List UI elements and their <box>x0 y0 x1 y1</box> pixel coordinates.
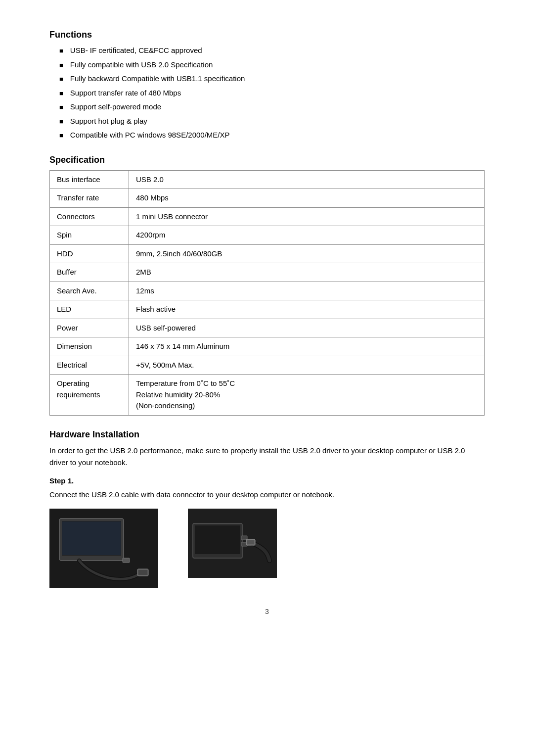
step1-text: Connect the USB 2.0 cable with data conn… <box>49 489 485 501</box>
spec-label: Power <box>50 319 129 337</box>
spec-row: OperatingrequirementsTemperature from 0˚… <box>50 375 485 416</box>
svg-rect-13 <box>247 540 254 544</box>
spec-value: Temperature from 0˚C to 55˚CRelative hum… <box>129 375 485 416</box>
svg-rect-3 <box>62 521 121 555</box>
spec-label: Electrical <box>50 356 129 375</box>
functions-section: Functions USB- IF certificated, CE&FCC a… <box>49 30 485 141</box>
spec-label: Bus interface <box>50 170 129 189</box>
spec-label: HDD <box>50 244 129 263</box>
functions-list-item: Support self-powered mode <box>59 101 485 113</box>
spec-value: 146 x 75 x 14 mm Aluminum <box>129 337 485 356</box>
spec-table: Bus interfaceUSB 2.0Transfer rate480 Mbp… <box>49 170 485 416</box>
specification-section: Specification Bus interfaceUSB 2.0Transf… <box>49 155 485 416</box>
spec-label: Dimension <box>50 337 129 356</box>
functions-title: Functions <box>49 30 485 40</box>
spec-row: LEDFlash active <box>50 300 485 319</box>
spec-label: Buffer <box>50 263 129 282</box>
spec-label: Transfer rate <box>50 189 129 208</box>
spec-row: Bus interfaceUSB 2.0 <box>50 170 485 189</box>
spec-value: 1 mini USB connector <box>129 207 485 226</box>
spec-value: USB 2.0 <box>129 170 485 189</box>
spec-row: Transfer rate480 Mbps <box>50 189 485 208</box>
functions-list-item: USB- IF certificated, CE&FCC approved <box>59 45 485 56</box>
usb-image-1 <box>49 509 158 588</box>
spec-label: Spin <box>50 226 129 245</box>
functions-list-item: Support transfer rate of 480 Mbps <box>59 88 485 99</box>
spec-label: LED <box>50 300 129 319</box>
functions-list-item: Fully backward Compatible with USB1.1 sp… <box>59 73 485 85</box>
hardware-title: Hardware Installation <box>49 429 485 440</box>
svg-rect-5 <box>138 570 147 575</box>
spec-row: HDD9mm, 2.5inch 40/60/80GB <box>50 244 485 263</box>
spec-row: Electrical+5V, 500mA Max. <box>50 356 485 375</box>
hardware-intro: In order to get the USB 2.0 performance,… <box>49 445 485 469</box>
hardware-section: Hardware Installation In order to get th… <box>49 429 485 588</box>
spec-value: 4200rpm <box>129 226 485 245</box>
spec-label: Connectors <box>50 207 129 226</box>
spec-row: Connectors1 mini USB connector <box>50 207 485 226</box>
functions-list-item: Support hot plug & play <box>59 116 485 127</box>
usb-image-2 <box>188 509 277 578</box>
spec-value: +5V, 500mA Max. <box>129 356 485 375</box>
images-row <box>49 509 485 588</box>
spec-value: 2MB <box>129 263 485 282</box>
spec-row: Search Ave.12ms <box>50 282 485 300</box>
step1-label: Step 1. <box>49 476 485 485</box>
spec-row: Dimension146 x 75 x 14 mm Aluminum <box>50 337 485 356</box>
spec-value: USB self-powered <box>129 319 485 337</box>
spec-value: 480 Mbps <box>129 189 485 208</box>
spec-value: Flash active <box>129 300 485 319</box>
svg-rect-10 <box>241 536 247 540</box>
functions-list-item: Fully compatible with USB 2.0 Specificat… <box>59 59 485 71</box>
functions-list: USB- IF certificated, CE&FCC approvedFul… <box>49 45 485 141</box>
spec-value: 12ms <box>129 282 485 300</box>
spec-row: Buffer2MB <box>50 263 485 282</box>
spec-row: PowerUSB self-powered <box>50 319 485 337</box>
spec-label: Operatingrequirements <box>50 375 129 416</box>
svg-rect-6 <box>123 558 130 563</box>
spec-label: Search Ave. <box>50 282 129 300</box>
spec-row: Spin4200rpm <box>50 226 485 245</box>
spec-value: 9mm, 2.5inch 40/60/80GB <box>129 244 485 263</box>
specification-title: Specification <box>49 155 485 165</box>
page-number: 3 <box>49 608 485 615</box>
functions-list-item: Compatible with PC windows 98SE/2000/ME/… <box>59 130 485 141</box>
svg-rect-9 <box>195 525 240 554</box>
